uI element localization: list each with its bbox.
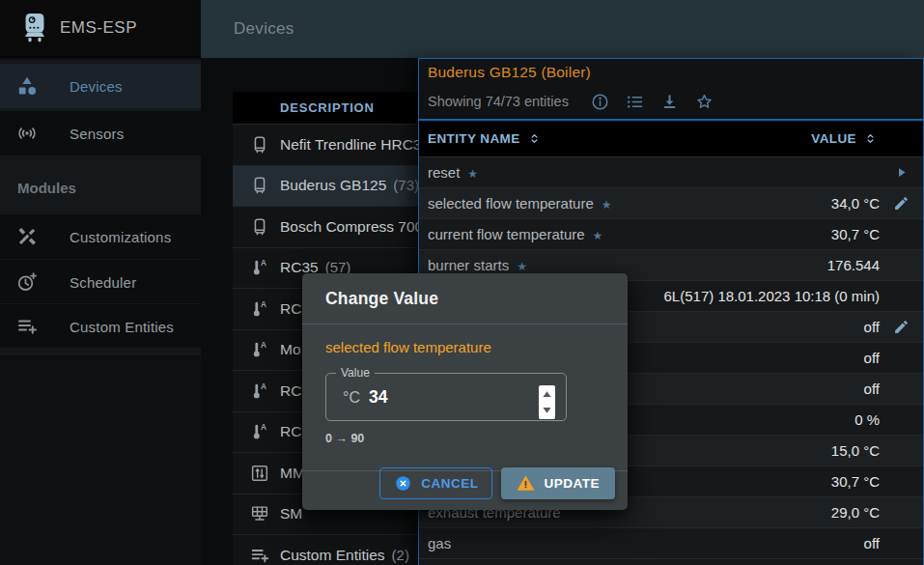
entity-value: off	[864, 319, 880, 335]
entity-panel-toolbar: Showing 74/73 entities	[428, 88, 729, 115]
sidebar-item-customizations[interactable]: Customizations	[0, 214, 201, 259]
entity-value: 176.544	[827, 257, 880, 273]
entity-row: gasoff	[419, 527, 923, 558]
value-unit: °C	[343, 389, 360, 407]
entity-action-cell	[880, 165, 923, 180]
favorite-star-icon: ★	[517, 260, 527, 273]
entity-value: off	[864, 535, 880, 551]
entity-row: reset★	[419, 156, 923, 187]
entity-count-status: Showing 74/73 entities	[428, 94, 569, 109]
dialog-footer: CANCEL UPDATE	[302, 470, 628, 510]
boiler-icon	[249, 216, 270, 238]
info-icon[interactable]	[590, 92, 610, 112]
value-range-hint: 0 → 90	[325, 432, 364, 445]
thermostat-icon: A	[249, 298, 270, 320]
thermostat-icon: A	[249, 421, 270, 442]
device-entity-count: (73)	[393, 177, 419, 193]
sidebar-item-label: Customizations	[70, 229, 171, 245]
star-icon[interactable]	[694, 92, 714, 112]
tools-icon	[15, 225, 39, 248]
entity-label: selected flow temperature★	[419, 195, 831, 212]
app-title: EMS-ESP	[60, 0, 137, 56]
entity-action-cell	[880, 319, 923, 335]
list-icon[interactable]	[625, 92, 645, 112]
solar-icon	[249, 503, 270, 524]
update-button[interactable]: UPDATE	[501, 467, 615, 499]
number-stepper[interactable]	[539, 385, 555, 419]
stepper-up-icon	[541, 389, 553, 400]
entity-value: 34,0 °C	[831, 195, 880, 212]
favorite-star-icon: ★	[467, 167, 478, 181]
ems-esp-app: EMS-ESP DevicesSensors Modules Customiza…	[0, 0, 924, 565]
sidebar-item-label: Sensors	[70, 126, 124, 142]
svg-text:A: A	[261, 382, 266, 391]
sidebar-section-label: Modules	[17, 180, 76, 196]
devices-category-icon	[15, 74, 39, 98]
entity-value: 6L(517) 18.01.2023 10:18 (0 min)	[664, 288, 880, 304]
svg-text:A: A	[261, 259, 266, 268]
favorite-star-icon: ★	[593, 229, 603, 242]
sidebar-item-devices[interactable]: Devices	[0, 64, 201, 108]
close-icon[interactable]	[894, 92, 913, 111]
entity-name-column-header[interactable]: ENTITY NAME	[428, 121, 542, 156]
dialog-buttons: CANCEL UPDATE	[379, 467, 615, 499]
dialog-entity-label: selected flow temperature	[325, 339, 491, 355]
topbar: Devices	[201, 0, 924, 58]
svg-text:A: A	[261, 423, 266, 432]
sort-icon	[527, 131, 542, 146]
value-input[interactable]	[369, 387, 475, 408]
dialog-title: Change Value	[325, 273, 438, 325]
sidebar-item-label: Custom Entities	[70, 318, 174, 334]
device-name: MM	[280, 465, 305, 482]
entity-row: current flow temperature★30,7 °C	[419, 218, 923, 249]
value-column-header[interactable]: VALUE	[811, 121, 878, 156]
entity-value: off	[864, 350, 880, 366]
entity-value: 30,7 °C	[831, 473, 880, 490]
device-name: SM	[280, 505, 302, 523]
edit-pencil-icon[interactable]	[893, 195, 910, 212]
warning-icon	[517, 474, 535, 493]
svg-text:A: A	[261, 300, 266, 309]
sidebar-item-custom-entities[interactable]: Custom Entities	[0, 304, 201, 348]
app-header: EMS-ESP	[0, 0, 201, 58]
playlist-add-icon	[249, 545, 270, 565]
entity-label: burner starts★	[419, 257, 827, 273]
value-field-content: °C	[343, 387, 475, 408]
value-field-label: Value	[336, 366, 375, 380]
clock-plus-icon	[15, 270, 39, 294]
mixer-icon	[249, 463, 270, 484]
entity-value: 15,0 °C	[831, 442, 880, 459]
value-field: Value °C	[325, 366, 567, 421]
device-name: Mo	[280, 341, 301, 358]
entity-row: selected flow temperature★34,0 °C	[419, 187, 923, 218]
sensors-icon	[15, 122, 39, 145]
cancel-circle-icon	[394, 474, 412, 493]
entity-label: current flow temperature★	[419, 226, 831, 242]
sidebar: EMS-ESP DevicesSensors Modules Customiza…	[0, 0, 201, 565]
entity-value: 29,0 °C	[831, 504, 880, 521]
entity-label: reset★	[419, 164, 880, 181]
sort-icon	[863, 131, 878, 146]
sidebar-nav: DevicesSensors Modules CustomizationsSch…	[0, 60, 201, 355]
thermostat-icon: A	[249, 381, 270, 402]
device-entity-count: (2)	[392, 547, 409, 563]
device-name: Bosch Compress 700	[280, 218, 423, 236]
entity-value: off	[864, 381, 880, 397]
edit-pencil-icon[interactable]	[893, 319, 910, 335]
thermostat-icon: A	[249, 257, 270, 278]
sidebar-item-sensors[interactable]: Sensors	[0, 111, 201, 155]
entity-table-header: ENTITY NAME VALUE	[419, 121, 923, 156]
entity-label: gas	[419, 535, 864, 551]
svg-text:A: A	[261, 341, 266, 350]
boiler-icon	[249, 175, 270, 196]
sidebar-item-label: Devices	[70, 78, 123, 95]
cancel-button[interactable]: CANCEL	[379, 467, 492, 499]
device-name: Buderus GB125(73)	[280, 177, 419, 194]
download-icon[interactable]	[659, 92, 680, 112]
execute-play-icon[interactable]	[894, 165, 909, 180]
change-value-dialog: Change Value selected flow temperature V…	[302, 273, 628, 510]
entity-value: 0 %	[854, 411, 880, 428]
boiler-icon	[249, 134, 270, 155]
dialog-header: Change Value	[302, 273, 628, 325]
sidebar-item-scheduler[interactable]: Scheduler	[0, 260, 201, 303]
